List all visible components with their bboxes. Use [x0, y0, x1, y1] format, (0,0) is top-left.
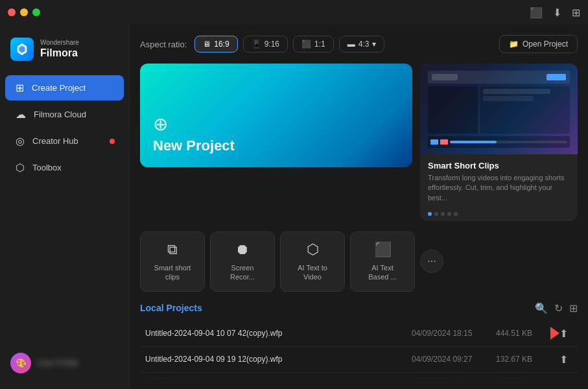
sidebar: Wondershare Filmora ⊞ Create Project ☁ F… — [0, 25, 130, 389]
project-name: Untitled-2024-09-04 10 07 42(copy).wfp — [145, 329, 412, 338]
qa-label-ai-text-based: AI Text Based ... — [361, 263, 404, 282]
title-bar: ⬛ ⬇ ⊞ — [0, 0, 588, 25]
traffic-lights — [8, 8, 40, 16]
smart-clips-info: Smart Short Clips Transform long videos … — [420, 154, 578, 209]
maximize-button[interactable] — [32, 8, 40, 16]
download-icon[interactable]: ⬇ — [553, 6, 561, 19]
qa-icon-smart-short-clips: ⧉ — [167, 241, 178, 258]
more-actions-button[interactable]: ··· — [420, 250, 443, 273]
logo-top: Wondershare — [40, 39, 79, 47]
title-bar-actions: ⬛ ⬇ ⊞ — [530, 6, 580, 19]
qa-label-ai-text-to-video: AI Text to Video — [291, 263, 334, 282]
sidebar-item-creator-hub[interactable]: ◎ Creator Hub — [5, 128, 124, 154]
logo-bottom: Filmora — [40, 47, 79, 59]
rect-icon: ▬ — [347, 40, 355, 49]
project-date: 04/09/2024 18:15 — [412, 329, 496, 338]
close-button[interactable] — [8, 8, 16, 16]
table-row[interactable]: Untitled project 03/12/2023 17:18 7.75 K… — [140, 373, 578, 379]
sidebar-label-filmora-cloud: Filmora Cloud — [34, 110, 86, 119]
smart-clips-title: Smart Short Clips — [428, 161, 570, 171]
sidebar-logo: Wondershare Filmora — [0, 32, 129, 74]
sidebar-label-creator-hub: Creator Hub — [32, 136, 78, 146]
phone-icon: 📱 — [252, 40, 261, 49]
dot-2[interactable] — [434, 212, 438, 216]
minimize-button[interactable] — [20, 8, 28, 16]
smart-clips-image — [420, 64, 578, 154]
sidebar-icon-create-project: ⊞ — [16, 82, 24, 94]
new-project-label: New Project — [153, 137, 399, 154]
sidebar-label-toolbox: Toolbox — [32, 163, 62, 172]
monitor-icon-sm: 🖥 — [203, 40, 211, 49]
projects-actions: 🔍 ↻ ⊞ — [535, 302, 578, 314]
smart-clips-dots — [420, 209, 578, 221]
table-row[interactable]: Untitled-2024-09-04 09 19 12(copy).wfp 0… — [140, 347, 578, 373]
aspect-btn-4-3[interactable]: ▬ 4:3 ▾ — [339, 36, 385, 53]
avatar-name: User Profile — [38, 359, 78, 368]
aspect-btn-1-1[interactable]: ⬛ 1:1 — [293, 36, 334, 53]
quick-action-screen-record[interactable]: ⏺ Screen Recor... — [210, 231, 275, 292]
projects-table: Untitled-2024-09-04 10 07 42(copy).wfp 0… — [140, 321, 578, 379]
sidebar-icon-filmora-cloud: ☁ — [16, 108, 26, 121]
local-projects-title: Local Projects — [140, 303, 202, 313]
dot-1[interactable] — [428, 212, 432, 216]
project-size: 444.51 KB — [496, 329, 554, 338]
sidebar-item-filmora-cloud[interactable]: ☁ Filmora Cloud — [5, 102, 124, 127]
grid-icon[interactable]: ⊞ — [572, 6, 580, 19]
sidebar-item-toolbox[interactable]: ⬡ Toolbox — [5, 155, 124, 180]
search-icon[interactable]: 🔍 — [535, 302, 548, 314]
upload-icon[interactable]: ⬆ — [554, 353, 572, 366]
view-grid-icon[interactable]: ⊞ — [569, 302, 578, 314]
new-project-plus-icon: ⊕ — [153, 115, 399, 134]
arrow-indicator — [550, 327, 559, 340]
project-name: Untitled-2024-09-04 09 19 12(copy).wfp — [145, 355, 412, 364]
project-date: 04/09/2024 09:27 — [412, 355, 496, 364]
new-project-card[interactable]: ⊕ New Project — [140, 64, 412, 167]
avatar[interactable]: 🎨 — [10, 353, 31, 373]
dot-3[interactable] — [441, 212, 445, 216]
sidebar-item-create-project[interactable]: ⊞ Create Project — [5, 75, 124, 100]
chevron-down-icon: ▾ — [372, 40, 376, 49]
notification-dot — [110, 139, 115, 144]
refresh-icon[interactable]: ↻ — [554, 302, 563, 314]
sidebar-icon-creator-hub: ◎ — [16, 135, 25, 147]
smart-clips-description: Transform long videos into engaging shor… — [428, 173, 570, 203]
quick-action-ai-text-to-video[interactable]: ⬡ AI Text to Video — [280, 231, 345, 292]
qa-label-screen-record: Screen Recor... — [221, 263, 264, 282]
sidebar-bottom: 🎨 User Profile — [0, 345, 129, 381]
aspect-ratio-label: Aspect ratio: — [140, 40, 187, 49]
sidebar-icon-toolbox: ⬡ — [16, 161, 25, 174]
logo-text: Wondershare Filmora — [40, 39, 79, 59]
table-row[interactable]: Untitled-2024-09-04 10 07 42(copy).wfp 0… — [140, 321, 578, 347]
quick-action-smart-short-clips[interactable]: ⧉ Smart short clips — [140, 231, 205, 292]
dot-4[interactable] — [447, 212, 451, 216]
folder-icon: 📁 — [509, 40, 519, 49]
aspect-btn-16-9[interactable]: 🖥 16:9 — [194, 36, 237, 53]
project-size: 132.67 KB — [496, 355, 554, 364]
qa-icon-ai-text-based: ⬛ — [374, 241, 392, 258]
sidebar-label-create-project: Create Project — [32, 83, 86, 93]
aspect-ratio-bar: Aspect ratio: 🖥 16:9 📱 9:16 ⬛ 1:1 ▬ 4:3 … — [140, 35, 578, 53]
main-content: Aspect ratio: 🖥 16:9 📱 9:16 ⬛ 1:1 ▬ 4:3 … — [130, 25, 588, 389]
quick-action-ai-text-based[interactable]: ⬛ AI Text Based ... — [350, 231, 415, 292]
logo-icon — [10, 38, 34, 61]
quick-actions-bar: ⧉ Smart short clips ⏺ Screen Recor... ⬡ … — [140, 231, 578, 292]
aspect-btn-9-16[interactable]: 📱 9:16 — [243, 36, 288, 53]
qa-icon-screen-record: ⏺ — [235, 241, 250, 258]
local-projects-header: Local Projects 🔍 ↻ ⊞ — [140, 302, 578, 314]
monitor-icon[interactable]: ⬛ — [530, 6, 543, 19]
qa-label-smart-short-clips: Smart short clips — [151, 263, 194, 282]
qa-icon-ai-text-to-video: ⬡ — [307, 241, 319, 258]
square-icon: ⬛ — [301, 40, 311, 49]
dot-5[interactable] — [454, 212, 458, 216]
open-project-button[interactable]: 📁 Open Project — [499, 35, 578, 53]
smart-clips-card[interactable]: Smart Short Clips Transform long videos … — [420, 64, 578, 221]
